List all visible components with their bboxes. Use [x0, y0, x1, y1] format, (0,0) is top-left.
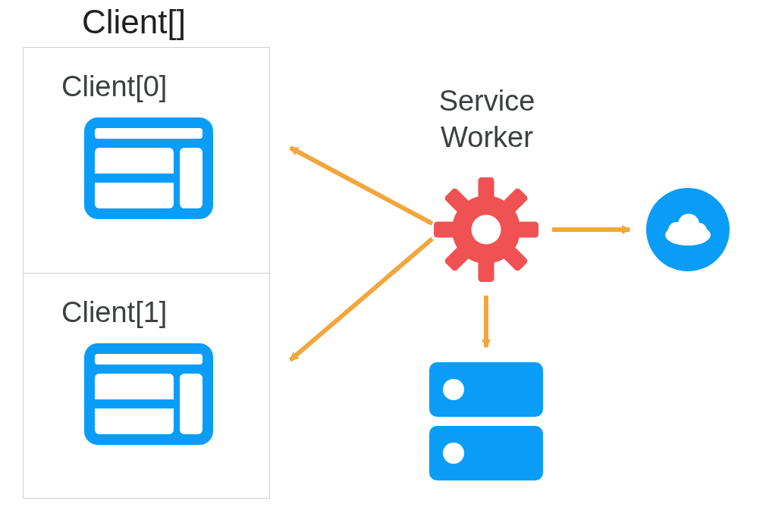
server-icon: [429, 362, 543, 480]
clients-container: Client[0] Client[1]: [23, 47, 270, 499]
svg-rect-11: [479, 177, 494, 202]
service-worker-label: ServiceWorker: [388, 83, 585, 155]
svg-point-28: [443, 443, 464, 464]
svg-rect-9: [180, 374, 202, 434]
cloud-icon: [646, 188, 730, 271]
gear-icon: [429, 173, 543, 286]
clients-title: Client[]: [82, 3, 186, 41]
svg-point-24: [692, 223, 707, 238]
browser-window-icon: [84, 117, 213, 219]
svg-rect-14: [513, 222, 538, 238]
svg-point-26: [443, 379, 464, 400]
client-1-label: Client[1]: [61, 296, 167, 329]
svg-rect-8: [95, 399, 174, 408]
client-1-cell: Client[1]: [24, 274, 269, 499]
arrow-sw-to-client0: [290, 148, 432, 224]
diagram-canvas: Client[] Client[0] Client[1]: [0, 0, 766, 532]
svg-rect-1: [95, 128, 202, 139]
svg-rect-4: [180, 148, 202, 208]
svg-rect-12: [479, 257, 494, 282]
arrow-sw-to-client1: [290, 239, 432, 360]
svg-rect-6: [95, 354, 202, 365]
client-0-label: Client[0]: [61, 70, 167, 103]
svg-point-19: [472, 215, 501, 245]
svg-rect-3: [95, 174, 174, 183]
browser-window-icon: [84, 343, 213, 445]
client-0-cell: Client[0]: [24, 48, 269, 274]
svg-rect-13: [434, 222, 459, 238]
service-worker-label-text: ServiceWorker: [439, 85, 535, 153]
